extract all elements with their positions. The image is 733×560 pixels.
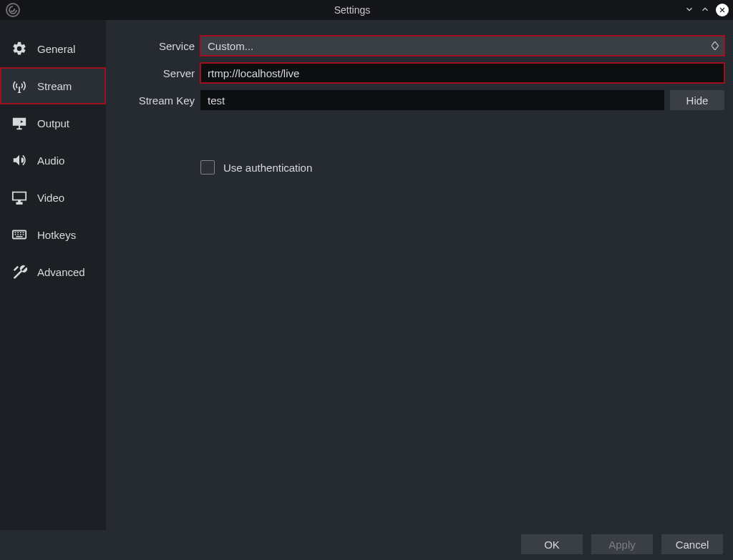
chevron-down-icon[interactable] [684,4,694,16]
window-title: Settings [20,4,684,16]
sidebar-item-video[interactable]: Video [0,179,106,216]
stream-key-input[interactable] [200,90,664,110]
server-row: Server [115,63,724,83]
sidebar-item-label: Hotkeys [37,229,76,241]
server-label: Server [115,67,200,79]
keyboard-icon [10,227,29,242]
combobox-spinner-icon [710,39,720,53]
service-combobox[interactable]: Custom... [200,36,724,56]
service-label: Service [115,40,200,52]
sidebar-item-advanced[interactable]: Advanced [0,253,106,290]
use-auth-checkbox[interactable] [200,160,215,175]
sidebar-item-label: Stream [37,80,72,92]
settings-sidebar: General Stream Output Audio Video Hotkey… [0,20,106,530]
close-button[interactable] [716,4,729,16]
gear-icon [10,41,29,57]
sidebar-item-label: General [37,43,75,55]
sidebar-item-label: Advanced [37,266,85,278]
obs-logo-icon [6,3,20,17]
stream-key-label: Stream Key [115,94,200,107]
server-input[interactable] [200,63,724,83]
ok-button[interactable]: OK [521,534,583,554]
sidebar-item-label: Audio [37,154,64,167]
use-auth-label: Use authentication [223,162,312,174]
service-value: Custom... [208,40,253,52]
service-row: Service Custom... [115,36,724,56]
stream-settings-panel: Service Custom... Server [106,20,733,530]
sidebar-item-output[interactable]: Output [0,104,106,142]
dialog-footer: OK Apply Cancel [0,530,733,560]
apply-button[interactable]: Apply [591,534,653,554]
monitor-out-icon [10,115,29,131]
sidebar-item-stream[interactable]: Stream [0,67,106,104]
sidebar-item-audio[interactable]: Audio [0,142,106,179]
auth-row: Use authentication [200,160,724,175]
titlebar: Settings [0,0,733,20]
speaker-icon [10,152,29,168]
monitor-icon [10,190,29,205]
sidebar-item-hotkeys[interactable]: Hotkeys [0,216,106,253]
chevron-up-icon[interactable] [700,4,710,16]
stream-key-row: Stream Key Hide [115,90,724,110]
cancel-button[interactable]: Cancel [661,534,723,554]
antenna-icon [10,78,29,94]
sidebar-item-label: Output [37,117,69,129]
sidebar-item-general[interactable]: General [0,30,106,67]
wrench-icon [10,264,29,280]
hide-stream-key-button[interactable]: Hide [670,90,724,110]
sidebar-item-label: Video [37,192,64,204]
